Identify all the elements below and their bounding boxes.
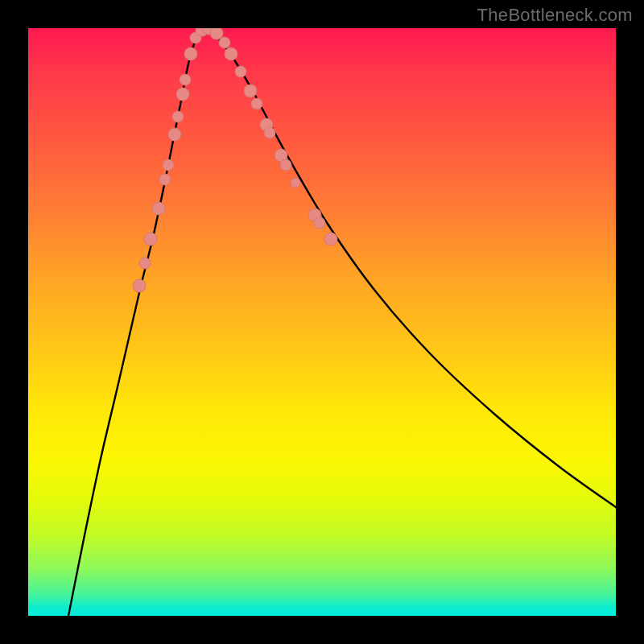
data-marker <box>251 98 262 109</box>
data-marker <box>291 178 300 188</box>
data-marker <box>219 37 230 48</box>
data-marker <box>225 47 237 60</box>
data-marker <box>168 128 181 141</box>
data-marker <box>163 159 174 171</box>
chart-frame: TheBottleneck.com <box>0 0 644 644</box>
data-marker <box>324 233 337 246</box>
curve-layer <box>28 28 616 616</box>
data-marker <box>244 85 257 97</box>
watermark-text: TheBottleneck.com <box>477 5 633 26</box>
data-marker <box>235 66 246 77</box>
data-marker <box>144 233 157 246</box>
plot-area <box>28 28 616 616</box>
data-marker <box>210 28 223 39</box>
marker-layer <box>133 28 337 292</box>
data-marker <box>172 111 184 122</box>
data-marker <box>280 159 291 171</box>
bottleneck-curve <box>68 30 616 616</box>
data-marker <box>264 127 275 138</box>
data-marker <box>159 174 171 185</box>
data-marker <box>184 47 197 60</box>
data-marker <box>133 279 146 292</box>
data-marker <box>139 258 151 269</box>
data-marker <box>152 202 165 215</box>
data-marker <box>314 217 325 229</box>
data-marker <box>176 88 189 101</box>
data-marker <box>180 74 191 85</box>
